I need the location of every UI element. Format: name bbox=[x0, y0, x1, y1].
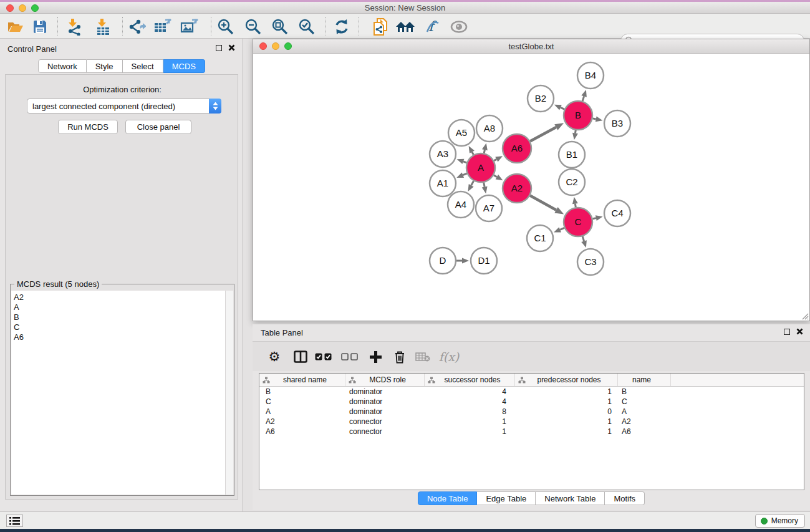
graph-edge[interactable] bbox=[582, 236, 584, 241]
tab-network-table[interactable]: Network Table bbox=[536, 491, 605, 505]
import-table-icon[interactable] bbox=[92, 16, 115, 37]
import-network-icon[interactable] bbox=[64, 16, 86, 37]
add-column-icon[interactable] bbox=[366, 347, 385, 367]
table-cell[interactable]: C bbox=[259, 397, 345, 406]
zoom-selected-icon[interactable] bbox=[296, 16, 318, 37]
graph-edge[interactable] bbox=[582, 96, 584, 101]
table-row[interactable]: A2connector11A2 bbox=[259, 417, 804, 427]
tab-mcds[interactable]: MCDS bbox=[163, 59, 205, 73]
column-header[interactable]: MCDS role bbox=[345, 374, 425, 386]
graph-edge[interactable] bbox=[592, 218, 595, 219]
table-cell[interactable]: A6 bbox=[259, 427, 345, 436]
close-table-panel-icon[interactable] bbox=[796, 328, 803, 335]
result-scrollbar[interactable] bbox=[225, 291, 233, 495]
table-cell[interactable]: A bbox=[259, 407, 345, 416]
table-cell[interactable]: 1 bbox=[425, 417, 515, 426]
mcds-result-list[interactable]: A2ABCA6 bbox=[11, 291, 226, 495]
result-node-item[interactable]: C bbox=[14, 322, 226, 332]
graph-edge[interactable] bbox=[530, 196, 556, 210]
task-history-button[interactable] bbox=[6, 515, 23, 527]
unselect-all-columns-icon[interactable] bbox=[340, 347, 360, 367]
table-cell[interactable]: 4 bbox=[425, 387, 515, 396]
save-session-icon[interactable] bbox=[29, 16, 51, 37]
graph-edge[interactable] bbox=[471, 181, 474, 185]
graph-edge[interactable] bbox=[560, 228, 564, 230]
table-cell[interactable]: connector bbox=[345, 427, 425, 436]
graph-edge[interactable] bbox=[575, 130, 576, 133]
graph-edge[interactable] bbox=[530, 127, 556, 142]
table-cell[interactable]: A2 bbox=[618, 417, 671, 426]
column-header[interactable]: name bbox=[618, 374, 671, 386]
close-panel-icon[interactable] bbox=[228, 44, 235, 51]
graph-edge[interactable] bbox=[575, 204, 576, 208]
table-cell[interactable]: B bbox=[259, 387, 345, 396]
zoom-fit-icon[interactable] bbox=[269, 16, 291, 37]
table-row[interactable]: Cdominator41C bbox=[259, 397, 804, 407]
resize-grip-icon[interactable] bbox=[800, 311, 809, 320]
table-cell[interactable]: dominator bbox=[345, 397, 425, 406]
copy-network-view-icon[interactable] bbox=[369, 16, 392, 37]
table-cell[interactable]: A bbox=[618, 407, 671, 416]
show-column-icon[interactable] bbox=[291, 347, 310, 367]
tab-network[interactable]: Network bbox=[38, 59, 87, 73]
network-canvas[interactable]: B4B2BB3A8A5A6A3B1AC2A1A2A4A7C4CC1DD1C3 bbox=[254, 54, 809, 321]
graph-edge[interactable] bbox=[494, 175, 497, 177]
table-cell[interactable]: 1 bbox=[515, 417, 618, 426]
float-panel-icon[interactable] bbox=[216, 45, 222, 51]
table-row[interactable]: A6connector11A6 bbox=[259, 427, 804, 437]
float-table-panel-icon[interactable] bbox=[784, 329, 790, 335]
table-cell[interactable]: 8 bbox=[425, 407, 515, 416]
table-cell[interactable]: dominator bbox=[345, 387, 425, 396]
tab-style[interactable]: Style bbox=[87, 59, 123, 73]
graph-edge[interactable] bbox=[484, 150, 485, 153]
table-cell[interactable]: A2 bbox=[259, 417, 345, 426]
column-header[interactable]: successor nodes bbox=[425, 374, 515, 386]
table-cell[interactable]: C bbox=[618, 397, 671, 406]
table-cell[interactable]: 1 bbox=[515, 397, 618, 406]
result-node-item[interactable]: A2 bbox=[14, 293, 226, 302]
table-row[interactable]: Bdominator41B bbox=[259, 387, 804, 397]
run-mcds-button[interactable]: Run MCDS bbox=[58, 120, 118, 134]
zoom-in-icon[interactable] bbox=[215, 16, 237, 37]
export-image-icon[interactable] bbox=[178, 16, 201, 37]
table-cell[interactable]: 4 bbox=[425, 397, 515, 406]
graph-edge[interactable] bbox=[472, 152, 473, 155]
column-header[interactable]: shared name bbox=[259, 374, 345, 386]
network-window-titlebar[interactable]: testGlobe.txt bbox=[253, 39, 809, 54]
table-row[interactable]: Adominator80A bbox=[259, 407, 804, 417]
export-table-icon[interactable] bbox=[152, 16, 174, 37]
graph-edge[interactable] bbox=[494, 159, 496, 160]
tab-select[interactable]: Select bbox=[123, 59, 163, 73]
tab-node-table[interactable]: Node Table bbox=[418, 491, 478, 505]
result-node-item[interactable]: A bbox=[14, 302, 226, 312]
table-cell[interactable]: B bbox=[618, 387, 671, 396]
graph-edge[interactable] bbox=[463, 173, 466, 175]
table-cell[interactable]: 1 bbox=[515, 427, 618, 436]
graph-edge[interactable] bbox=[484, 183, 485, 187]
export-network-icon[interactable] bbox=[125, 16, 148, 37]
refresh-icon[interactable] bbox=[330, 16, 353, 37]
table-cell[interactable]: connector bbox=[345, 417, 425, 426]
graph-edge[interactable] bbox=[463, 162, 466, 163]
result-node-item[interactable]: A6 bbox=[14, 332, 226, 342]
graph-edge[interactable] bbox=[561, 107, 564, 109]
table-cell[interactable]: 1 bbox=[425, 427, 515, 436]
result-node-item[interactable]: B bbox=[14, 312, 226, 322]
zoom-out-icon[interactable] bbox=[242, 16, 264, 37]
graph-edge[interactable] bbox=[593, 118, 596, 119]
column-header[interactable]: predecessor nodes bbox=[515, 374, 618, 386]
hide-graphics-details-icon[interactable]: f bbox=[421, 16, 443, 37]
tab-edge-table[interactable]: Edge Table bbox=[477, 491, 536, 505]
close-panel-button[interactable]: Close panel bbox=[125, 120, 191, 134]
settings-gear-icon[interactable]: ⚙ bbox=[265, 347, 284, 367]
network-graph[interactable]: B4B2BB3A8A5A6A3B1AC2A1A2A4A7C4CC1DD1C3 bbox=[254, 54, 809, 321]
delete-columns-icon[interactable] bbox=[390, 347, 409, 367]
criterion-dropdown[interactable]: largest connected component (directed) bbox=[27, 99, 221, 114]
table-cell[interactable]: 1 bbox=[515, 387, 618, 396]
home-icon[interactable] bbox=[394, 16, 417, 37]
table-cell[interactable]: A6 bbox=[618, 427, 671, 436]
table-cell[interactable]: dominator bbox=[345, 407, 425, 416]
app-titlebar[interactable]: Session: New Session bbox=[0, 2, 810, 14]
table-body[interactable]: Bdominator41BCdominator41CAdominator80AA… bbox=[259, 387, 804, 437]
open-session-icon[interactable] bbox=[4, 16, 27, 37]
